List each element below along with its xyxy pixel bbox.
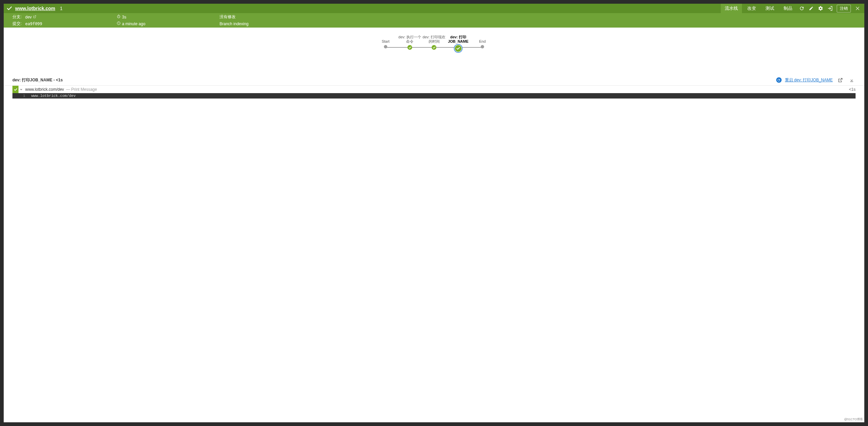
restart-badge-icon: [776, 77, 782, 83]
changes-value: 没有修改: [219, 14, 236, 20]
tab-changes[interactable]: 改变: [743, 4, 760, 13]
stage-node-success-icon[interactable]: [432, 45, 436, 50]
tab-artifacts[interactable]: 制品: [780, 4, 796, 13]
tab-tests[interactable]: 测试: [762, 4, 778, 13]
step-description: — Print Message: [66, 87, 97, 92]
step-row[interactable]: www.lotbrick.com/dev — Print Message <1s: [12, 86, 856, 93]
run-number: 1: [60, 6, 63, 11]
edit-icon[interactable]: [807, 4, 815, 12]
rerun-icon[interactable]: [798, 4, 806, 12]
classic-view-icon[interactable]: [826, 4, 834, 12]
step-success-icon: [12, 86, 19, 93]
stopwatch-icon: [117, 14, 121, 20]
restart-stage-link[interactable]: 重启 dev: 打印JOB_NAME: [785, 77, 833, 83]
console-line: 1 www.lotbrick.com/dev: [12, 93, 856, 98]
console-line-number: 1: [12, 94, 31, 98]
commit-label: 提交:: [12, 21, 25, 27]
stage-node-dot: [481, 45, 484, 49]
settings-gear-icon[interactable]: [816, 4, 825, 12]
stage-label: dev: 打印现在的时间: [422, 34, 446, 44]
chevron-down-icon[interactable]: [19, 88, 24, 91]
branch-value: dev: [25, 15, 32, 20]
console-text: www.lotbrick.com/dev: [31, 94, 75, 98]
breadcrumb-job-link[interactable]: www.lotbrick.com: [15, 6, 55, 11]
external-link-icon[interactable]: [33, 15, 36, 20]
time-ago-value: a minute ago: [122, 22, 145, 26]
tab-pipeline[interactable]: 流水线: [721, 4, 742, 13]
open-new-window-icon[interactable]: [836, 76, 844, 84]
stage-title: dev: 打印JOB_NAME - <1s: [12, 77, 63, 83]
pipeline-stage: End: [470, 34, 495, 49]
pipeline-stage: Start: [373, 34, 398, 49]
watermark: @51CTO博客: [844, 417, 863, 422]
pipeline-stage[interactable]: dev: 打印JOB_NAME: [446, 34, 470, 52]
sub-header: 分支: dev 提交: ea9f099: [4, 13, 864, 28]
duration-value: 3s: [122, 15, 126, 20]
step-name: www.lotbrick.com/dev: [25, 87, 64, 92]
cause-value: Branch indexing: [219, 22, 248, 26]
clock-icon: [117, 21, 121, 26]
stage-info-bar: dev: 打印JOB_NAME - <1s 重启 dev: 打印JOB_NAME: [4, 74, 864, 86]
success-check-icon: [6, 5, 12, 11]
commit-hash: ea9f099: [25, 22, 42, 26]
stage-node-success-icon[interactable]: [407, 45, 412, 50]
download-icon[interactable]: [847, 76, 856, 84]
top-header: www.lotbrick.com 1 流水线 改变 测试 制品 注销: [4, 4, 864, 13]
stage-node-success-icon[interactable]: [455, 45, 462, 52]
stage-label: Start: [381, 34, 389, 44]
stage-label: End: [479, 34, 486, 44]
stage-label: dev: 执行一个命令: [398, 34, 422, 44]
stage-node-dot: [384, 45, 387, 49]
pipeline-graph: Startdev: 执行一个命令dev: 打印现在的时间dev: 打印JOB_N…: [4, 28, 864, 74]
branch-label: 分支:: [12, 14, 25, 20]
step-duration: <1s: [849, 87, 856, 92]
stage-label: dev: 打印JOB_NAME: [446, 34, 470, 44]
close-icon[interactable]: [854, 4, 862, 12]
logout-button[interactable]: 注销: [837, 5, 851, 12]
